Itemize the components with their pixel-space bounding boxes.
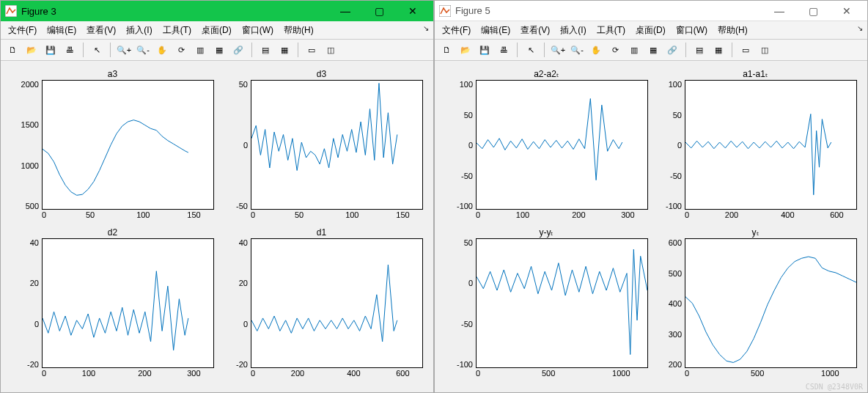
x-ticks: 0200400600 [685,210,857,221]
subplot-a1-a1ₜ: a1-a1ₜ100500-50-1000200400600 [654,68,857,221]
menu-view[interactable]: 查看(V) [516,23,554,38]
zoom-in-icon[interactable]: 🔍+ [115,41,133,59]
window-controls: — ▢ ✕ [329,3,429,19]
dock-icon[interactable]: ◫ [322,41,339,59]
legend-icon[interactable]: ▦ [710,41,727,59]
save-icon[interactable]: 💾 [476,41,493,59]
plot-area: a3200015001000500050100150d3500-50050100… [1,61,433,392]
y-ticks: 200015001000500 [11,80,42,221]
plot-title: d1 [317,227,326,238]
subplot-yₜ: yₜ60050040030020005001000 [654,227,857,379]
colorbar-icon[interactable]: ▤ [691,41,708,59]
x-ticks: 0100200300 [42,368,214,379]
toolbar-separator [83,43,84,57]
link-icon[interactable]: 🔗 [663,41,681,59]
new-figure-icon[interactable]: 🗋 [4,41,21,59]
menu-desktop[interactable]: 桌面(D) [631,23,670,38]
link-icon[interactable]: 🔗 [229,41,247,59]
minimize-button[interactable]: — [329,3,361,19]
menu-help[interactable]: 帮助(H) [713,23,752,38]
axes[interactable] [476,238,648,368]
maximize-button[interactable]: ▢ [363,3,395,19]
figure-window-5: Figure 5 — ▢ ✕ 文件(F) 编辑(E) 查看(V) 插入(I) 工… [434,0,868,393]
minimize-button[interactable]: — [763,3,795,19]
y-ticks: 600500400300200 [654,238,685,379]
desktop: Figure 3 — ▢ ✕ 文件(F) 编辑(E) 查看(V) 插入(I) 工… [0,0,868,393]
toolbar: 🗋📂💾🖶↖🔍+🔍-✋⟳▥▦🔗▤▦▭◫ [435,40,867,61]
dock-arrow-icon[interactable]: ↘ [423,24,429,32]
y-ticks: 40200-20 [220,238,251,379]
menu-desktop[interactable]: 桌面(D) [197,23,236,38]
colorbar-icon[interactable]: ▤ [257,41,274,59]
print-icon[interactable]: 🖶 [61,41,78,59]
toolbar-separator [517,43,518,57]
window-title: Figure 3 [21,6,329,17]
subplot-y-yₜ: y-yₜ500-50-10005001000 [445,227,648,379]
watermark: CSDN @2348V0R [806,383,863,391]
maximize-button[interactable]: ▢ [797,3,829,19]
x-ticks: 050100150 [42,210,214,221]
close-button[interactable]: ✕ [397,3,429,19]
menu-window[interactable]: 窗口(W) [672,23,712,38]
axes[interactable] [42,238,214,368]
zoom-in-icon[interactable]: 🔍+ [549,41,567,59]
menu-file[interactable]: 文件(F) [438,23,475,38]
axes[interactable] [251,80,423,210]
plot-title: a2-a2ₜ [534,68,559,80]
menu-tools[interactable]: 工具(T) [158,23,196,38]
zoom-out-icon[interactable]: 🔍- [568,41,586,59]
pan-icon[interactable]: ✋ [587,41,605,59]
axes[interactable] [251,238,423,368]
hide-tools-icon[interactable]: ▭ [737,41,754,59]
axes[interactable] [685,80,857,210]
plot-title: y-yₜ [540,227,554,238]
menu-help[interactable]: 帮助(H) [279,23,318,38]
menu-tools[interactable]: 工具(T) [592,23,630,38]
window-title: Figure 5 [455,5,763,16]
toolbar-separator [685,43,686,57]
matlab-figure-icon [5,5,17,17]
new-figure-icon[interactable]: 🗋 [438,41,455,59]
toolbar-separator [298,43,298,57]
pointer-icon[interactable]: ↖ [522,41,540,59]
zoom-out-icon[interactable]: 🔍- [134,41,152,59]
toolbar-separator [110,43,111,57]
pan-icon[interactable]: ✋ [153,41,171,59]
y-ticks: 500-50 [220,80,251,221]
save-icon[interactable]: 💾 [42,41,59,59]
open-icon[interactable]: 📂 [457,41,474,59]
menu-file[interactable]: 文件(F) [4,23,41,38]
datacursor-icon[interactable]: ▥ [625,41,643,59]
matlab-figure-icon [439,5,451,17]
datacursor-icon[interactable]: ▥ [191,41,209,59]
window-controls: — ▢ ✕ [763,3,863,19]
axes[interactable] [476,80,648,210]
x-ticks: 05001000 [476,368,648,379]
menu-insert[interactable]: 插入(I) [556,23,590,38]
brush-icon[interactable]: ▦ [210,41,228,59]
open-icon[interactable]: 📂 [23,41,40,59]
rotate-icon[interactable]: ⟳ [172,41,190,59]
dock-icon[interactable]: ◫ [756,41,773,59]
brush-icon[interactable]: ▦ [644,41,662,59]
x-ticks: 0100200300 [476,210,648,221]
y-ticks: 500-50-100 [445,238,476,379]
menu-edit[interactable]: 编辑(E) [477,23,515,38]
menu-view[interactable]: 查看(V) [82,23,120,38]
titlebar[interactable]: Figure 5 — ▢ ✕ [435,1,867,21]
hide-tools-icon[interactable]: ▭ [303,41,320,59]
pointer-icon[interactable]: ↖ [88,41,106,59]
x-ticks: 0200400600 [251,368,423,379]
close-button[interactable]: ✕ [831,3,863,19]
print-icon[interactable]: 🖶 [495,41,512,59]
axes[interactable] [42,80,214,210]
menu-insert[interactable]: 插入(I) [122,23,156,38]
menu-window[interactable]: 窗口(W) [238,23,278,38]
axes[interactable] [685,238,857,368]
legend-icon[interactable]: ▦ [276,41,293,59]
x-ticks: 05001000 [685,368,857,379]
menu-edit[interactable]: 编辑(E) [43,23,81,38]
dock-arrow-icon[interactable]: ↘ [857,24,863,32]
rotate-icon[interactable]: ⟳ [606,41,624,59]
titlebar[interactable]: Figure 3 — ▢ ✕ [1,1,433,21]
